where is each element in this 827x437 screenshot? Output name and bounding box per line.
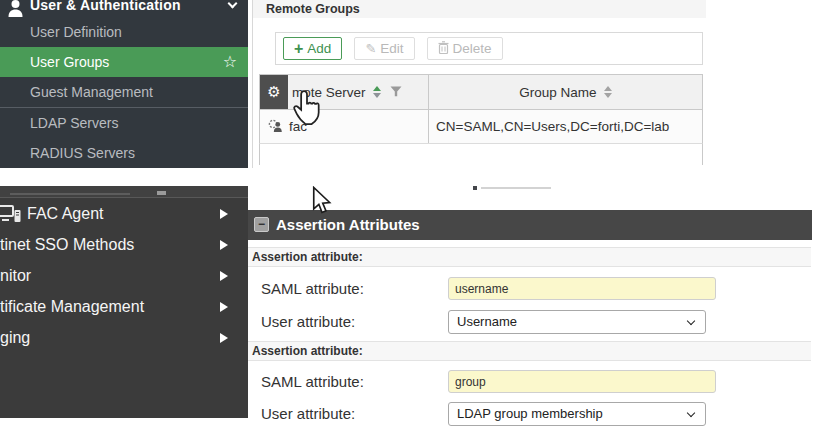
top-sidebar: User & Authentication User Definition Us… [0,0,248,168]
menu-item-monitor[interactable]: nitor [0,260,248,291]
collapse-minus-button[interactable]: − [254,217,269,232]
assertion-attributes-panel: − Assertion Attributes Assertion attribu… [248,186,812,437]
sidebar-item-label: Guest Management [30,84,153,100]
cell-remote-server: fac [260,110,428,143]
panel-title-strip: Remote Groups [253,0,706,18]
user-icon [7,0,24,17]
remote-groups-toolbar: + Add ✎ Edit Delete [275,32,703,65]
favorite-star-icon[interactable]: ☆ [223,47,237,77]
menu-item-fortinet-sso-methods[interactable]: tinet SSO Methods [0,229,248,260]
cutoff-text-remnant [473,186,477,190]
assertion-attribute-group-header: Assertion attribute: [248,247,811,267]
assertion-attributes-section-bar: − Assertion Attributes [248,210,812,240]
menu-item-label: nitor [0,267,31,285]
plus-icon: + [294,41,303,57]
cutoff-text-remnant [10,193,130,195]
user-attribute-label: User attribute: [261,313,355,330]
arrow-cursor-icon [312,186,332,220]
sidebar-item-user-definition[interactable]: User Definition [0,17,248,47]
sidebar-item-guest-management[interactable]: Guest Management [0,77,248,107]
table-row[interactable]: fac CN=SAML,CN=Users,DC=forti,DC=lab [259,110,703,144]
filter-funnel-icon[interactable] [390,85,402,100]
pencil-icon: ✎ [365,41,376,56]
sidebar-item-radius-servers[interactable]: RADIUS Servers [0,138,248,168]
user-attribute-select[interactable]: Username [448,310,706,334]
sort-arrows-icon[interactable] [604,86,612,98]
remote-user-icon [268,119,283,135]
chevron-down-icon [687,409,695,417]
sidebar-header-label: User & Authentication [30,0,181,14]
trash-icon [438,41,449,57]
menu-item-fac-agent[interactable]: FAC Agent [0,198,248,229]
saml-attribute-label: SAML attribute: [261,373,364,390]
bottom-sidebar: FAC Agent tinet SSO Methods nitor tifica… [0,186,248,418]
column-settings-gear-button[interactable]: ⚙ [260,75,288,109]
column-label: Group Name [519,85,596,100]
gear-icon: ⚙ [267,83,280,101]
cutoff-chevron-remnant [157,191,166,195]
user-attribute-select[interactable]: LDAP group membership [448,402,706,426]
hand-cursor-icon [292,89,322,131]
saml-attribute-input[interactable] [448,277,716,300]
sidebar-item-label: User Groups [30,54,109,70]
chevron-down-icon [687,317,695,325]
delete-button[interactable]: Delete [427,37,503,60]
sidebar-item-label: RADIUS Servers [30,145,135,161]
add-button-label: Add [307,41,331,56]
user-attribute-label: User attribute: [261,405,355,422]
sidebar-item-label: User Definition [30,24,122,40]
cut-off-menu-row [0,186,248,198]
menu-item-label: tificate Management [0,298,144,316]
panel-title: Remote Groups [266,0,360,18]
edit-button-label: Edit [380,41,403,56]
group-header-label: Assertion attribute: [252,344,363,358]
cutoff-text-remnant [481,187,551,189]
section-title: Assertion Attributes [276,210,420,240]
chevron-down-icon [228,0,238,8]
sidebar-item-label: LDAP Servers [30,115,118,131]
remote-groups-table: ⚙ mote Server Group Name [259,74,703,165]
saml-attribute-input[interactable] [448,370,716,393]
group-header-label: Assertion attribute: [252,250,363,264]
group-name-value: CN=SAML,CN=Users,DC=forti,DC=lab [436,119,669,134]
menu-item-certificate-management[interactable]: tificate Management [0,291,248,322]
menu-item-label: tinet SSO Methods [0,236,134,254]
submenu-arrow-icon [220,333,228,343]
menu-item-label: FAC Agent [27,205,104,223]
fac-agent-icon [0,205,22,227]
delete-button-label: Delete [453,41,492,56]
selected-option-label: LDAP group membership [457,406,603,421]
table-header-row: ⚙ mote Server Group Name [259,74,703,110]
add-button[interactable]: + Add [283,37,342,60]
sort-arrows-icon[interactable] [373,86,381,98]
assertion-attribute-group-header: Assertion attribute: [248,341,811,361]
submenu-arrow-icon [220,271,228,281]
sidebar-header-user-authentication[interactable]: User & Authentication [0,0,248,17]
cell-group-name: CN=SAML,CN=Users,DC=forti,DC=lab [428,110,702,143]
submenu-arrow-icon [220,240,228,250]
submenu-arrow-icon [220,302,228,312]
edit-button[interactable]: ✎ Edit [354,37,414,60]
sidebar-item-ldap-servers[interactable]: LDAP Servers [0,108,248,138]
menu-item-logging[interactable]: ging [0,322,248,353]
column-header-group-name[interactable]: Group Name [428,75,702,109]
submenu-arrow-icon [220,209,228,219]
content-left-border [252,0,253,168]
selected-option-label: Username [457,314,517,329]
sidebar-item-user-groups[interactable]: User Groups ☆ [0,47,248,77]
table-empty-area [259,144,703,165]
saml-attribute-label: SAML attribute: [261,280,364,297]
screen: User & Authentication User Definition Us… [0,0,827,437]
menu-item-label: ging [0,329,30,347]
